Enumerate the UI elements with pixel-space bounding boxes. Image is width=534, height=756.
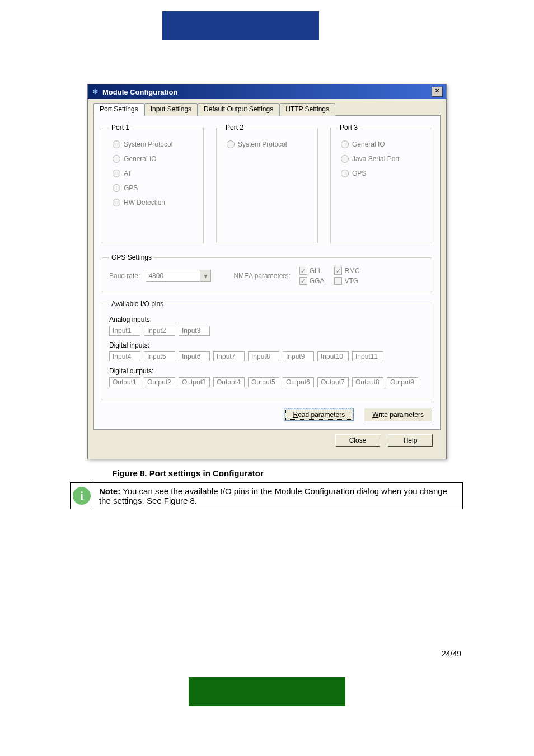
port3-radio-general-io[interactable]: General IO	[341, 140, 425, 148]
port1-radio-general-io[interactable]: General IO	[113, 155, 196, 163]
nmea-gll-checkbox[interactable]: ✓GLL	[299, 267, 325, 275]
analog-inputs-label: Analog inputs:	[109, 316, 425, 323]
tabstrip: Port Settings Input Settings Default Out…	[93, 102, 441, 116]
radio-icon	[113, 140, 120, 148]
pin-output4: Output4	[213, 377, 245, 387]
port3-radio-gps[interactable]: GPS	[341, 170, 425, 177]
port1-group: Port 1 System Protocol General IO AT GPS…	[102, 124, 204, 243]
radio-icon	[341, 170, 349, 177]
pin-output1: Output1	[109, 377, 140, 387]
pin-output2: Output2	[144, 377, 175, 387]
radio-icon	[341, 155, 349, 163]
radio-icon	[227, 140, 235, 148]
info-icon: i	[73, 487, 91, 505]
radio-icon	[113, 199, 120, 206]
tab-panel-port-settings: Port 1 System Protocol General IO AT GPS…	[93, 116, 441, 430]
pin-input3: Input3	[179, 326, 210, 336]
write-parameters-button[interactable]: Write parametersWrite parameters	[364, 408, 432, 421]
pin-output6: Output6	[283, 377, 314, 387]
pin-input4: Input4	[109, 351, 140, 361]
port3-radio-java-serial-port[interactable]: Java Serial Port	[341, 155, 425, 163]
pin-output9: Output9	[387, 377, 418, 387]
page-number: 24/49	[442, 649, 461, 658]
note-box: i Note: You can see the available I/O pi…	[70, 482, 463, 509]
checkbox-icon: ✓	[334, 267, 342, 275]
checkbox-icon: ✓	[299, 277, 307, 285]
close-icon[interactable]: ×	[432, 87, 443, 97]
read-parameters-button[interactable]: RRead parametersead parameters	[284, 408, 354, 421]
baud-rate-value	[146, 270, 200, 281]
port1-radio-hw-detection[interactable]: HW Detection	[113, 199, 196, 206]
pin-output7: Output7	[317, 377, 349, 387]
pin-input11: Input11	[352, 351, 383, 361]
radio-icon	[113, 170, 120, 177]
nmea-label: NMEA parameters:	[233, 272, 290, 280]
port3-legend: Port 3	[338, 124, 360, 132]
pin-output3: Output3	[179, 377, 210, 387]
digital-inputs-label: Digital inputs:	[109, 341, 425, 349]
chevron-down-icon: ▼	[200, 270, 210, 281]
window-title: Module Configuration	[102, 88, 177, 96]
radio-icon	[113, 184, 120, 192]
help-button[interactable]: Help	[388, 434, 433, 447]
note-prefix: Note:	[99, 486, 120, 496]
radio-icon	[113, 155, 120, 163]
note-text: You can see the available I/O pins in th…	[99, 486, 447, 505]
pin-input2: Input2	[144, 326, 175, 336]
module-configuration-dialog: ❄ Module Configuration × Port Settings I…	[87, 84, 447, 459]
pin-input6: Input6	[179, 351, 210, 361]
app-icon: ❄	[91, 88, 99, 96]
port1-legend: Port 1	[109, 124, 132, 132]
pin-input9: Input9	[283, 351, 314, 361]
tab-port-settings[interactable]: Port Settings	[93, 103, 144, 116]
close-button[interactable]: Close	[335, 434, 380, 447]
port3-group: Port 3 General IO Java Serial Port GPS	[330, 124, 432, 243]
baud-rate-select[interactable]: ▼	[146, 270, 211, 282]
nmea-vtg-checkbox[interactable]: VTG	[334, 277, 359, 285]
nmea-gga-checkbox[interactable]: ✓GGA	[299, 277, 325, 285]
tab-default-output-settings[interactable]: Default Output Settings	[198, 103, 279, 116]
io-legend: Available I/O pins	[109, 300, 166, 308]
pin-input10: Input10	[317, 351, 349, 361]
digital-outputs-label: Digital outputs:	[109, 367, 425, 375]
port1-radio-at[interactable]: AT	[113, 170, 196, 177]
port2-legend: Port 2	[223, 124, 246, 132]
port2-radio-system-protocol[interactable]: System Protocol	[227, 140, 311, 148]
pin-output8: Output8	[352, 377, 383, 387]
gps-settings-legend: GPS Settings	[109, 253, 154, 261]
tab-input-settings[interactable]: Input Settings	[144, 103, 198, 116]
radio-icon	[341, 140, 349, 148]
nmea-rmc-checkbox[interactable]: ✓RMC	[334, 267, 359, 275]
pin-input1: Input1	[109, 326, 140, 336]
gps-settings-group: GPS Settings Baud rate: ▼ NMEA parameter…	[102, 253, 432, 292]
footer-brand-bar	[189, 677, 345, 706]
checkbox-icon	[334, 277, 342, 285]
figure-caption: Figure 8. Port settings in Configurator	[112, 468, 392, 478]
pin-input5: Input5	[144, 351, 175, 361]
pin-output5: Output5	[248, 377, 279, 387]
pin-input7: Input7	[213, 351, 245, 361]
tab-http-settings[interactable]: HTTP Settings	[279, 103, 335, 116]
titlebar: ❄ Module Configuration ×	[88, 84, 446, 99]
baud-rate-label: Baud rate:	[109, 272, 140, 280]
checkbox-icon: ✓	[299, 267, 307, 275]
port2-group: Port 2 System Protocol	[216, 124, 318, 243]
port1-radio-system-protocol[interactable]: System Protocol	[113, 140, 196, 148]
pin-input8: Input8	[248, 351, 279, 361]
available-io-pins-group: Available I/O pins Analog inputs: Input1…	[102, 300, 432, 400]
port1-radio-gps[interactable]: GPS	[113, 184, 196, 192]
